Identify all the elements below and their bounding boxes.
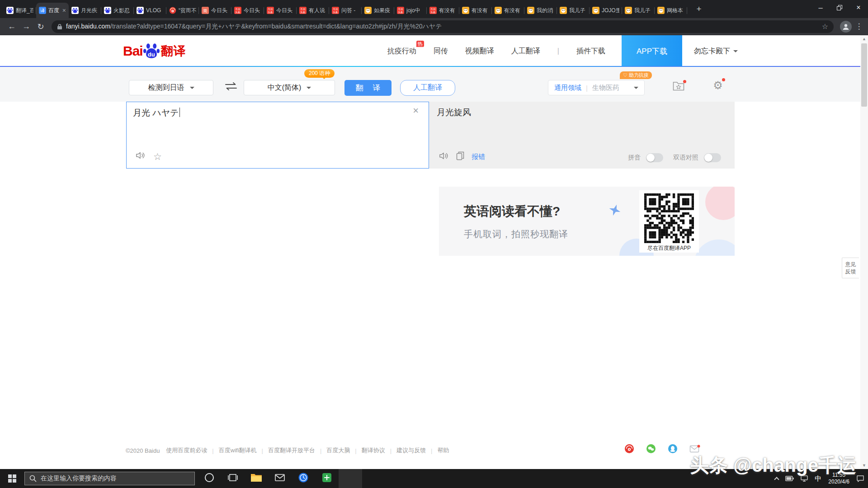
browser-tab[interactable]: 今日头条jojo中	[394, 3, 427, 18]
browser-tab[interactable]: 今日头条今日头	[231, 3, 264, 18]
start-button[interactable]	[0, 469, 24, 488]
target-language-select[interactable]: 中文(简体)	[244, 80, 335, 95]
menu-kebab-icon[interactable]: ⋮	[854, 22, 863, 31]
browser-tab[interactable]: 翻译_百	[4, 3, 36, 18]
qr-caption: 尽在百度翻译APP	[642, 244, 697, 252]
forward-button[interactable]: →	[19, 19, 33, 34]
browser-tab[interactable]: 我儿子	[622, 3, 655, 18]
taskbar-task-view-button[interactable]	[221, 469, 245, 488]
report-error-link[interactable]: 报错	[472, 153, 485, 161]
languages-count-badge: 200 语种	[304, 69, 335, 78]
wechat-icon[interactable]	[646, 444, 656, 454]
scroll-down-arrow[interactable]: ▼	[860, 462, 868, 469]
scroll-up-arrow[interactable]: ▲	[860, 35, 868, 42]
weibo-icon[interactable]	[624, 444, 634, 454]
copy-icon[interactable]	[456, 151, 464, 162]
settings-button[interactable]: ⚙	[712, 79, 724, 92]
browser-tab[interactable]: 如果疫	[362, 3, 394, 18]
browser-tab[interactable]: 简今日头	[199, 3, 231, 18]
tab-close-icon[interactable]: ×	[62, 7, 66, 14]
taskbar-pinned-icons	[198, 469, 362, 488]
bookmark-star-icon[interactable]: ☆	[822, 22, 828, 31]
human-translate-button[interactable]: 人工翻译	[400, 80, 455, 96]
window-controls: ─ ×	[811, 0, 868, 15]
browser-toolbar: ← → ↻ fanyi.baidu.com/translate?aldtype=…	[0, 18, 868, 35]
phrase-collection-button[interactable]	[673, 81, 685, 94]
minimize-button[interactable]: ─	[811, 0, 830, 15]
taskbar-alarms-app-button[interactable]	[292, 469, 315, 488]
browser-tab[interactable]: 今日头条问答 -	[329, 3, 362, 18]
input-text[interactable]: 月光 ハヤテ	[127, 102, 429, 124]
browser-tab-active[interactable]: 译百度×	[36, 3, 69, 18]
favorite-star-icon[interactable]: ☆	[153, 152, 162, 161]
translate-button[interactable]: 翻 译	[344, 80, 392, 96]
scrollbar-thumb[interactable]	[861, 43, 867, 107]
translation-input-panel[interactable]: 月光 ハヤテ × ☆	[126, 102, 429, 169]
browser-tab[interactable]: “贫而不	[166, 3, 199, 18]
chevron-down-icon	[307, 87, 311, 91]
nav-item-3[interactable]: 人工翻译	[511, 47, 540, 56]
browser-tab[interactable]: 我儿子	[557, 3, 590, 18]
qq-icon[interactable]	[668, 444, 678, 454]
browser-tab[interactable]: VLOG	[134, 3, 166, 18]
browser-tab[interactable]: 今日头条有人说	[297, 3, 329, 18]
site-footer: ©2020 Baidu 使用百度前必读|百度wifi翻译机|百度翻译开放平台|百…	[126, 446, 449, 455]
taskbar-green-app-button[interactable]	[315, 469, 339, 488]
nav-item-4[interactable]: 插件下载	[576, 47, 605, 56]
user-menu[interactable]: 勿忘卡殿下	[694, 47, 738, 56]
feedback-tab[interactable]: 意见 反馈	[842, 258, 859, 278]
nav-item-2[interactable]: 视频翻译	[465, 47, 494, 56]
close-button[interactable]: ×	[849, 0, 868, 15]
nav-item-0[interactable]: 抗疫行动热	[387, 47, 416, 56]
action-center-icon[interactable]	[856, 475, 864, 482]
nav-item-1[interactable]: 同传	[434, 47, 448, 56]
taskbar-search-box[interactable]: 在这里输入你要搜索的内容	[24, 472, 195, 485]
mail-icon[interactable]	[689, 444, 700, 453]
address-bar[interactable]: fanyi.baidu.com/translate?aldtype=16047&…	[52, 20, 834, 33]
taskbar-file-explorer-button[interactable]	[245, 469, 268, 488]
pinyin-toggle[interactable]	[646, 153, 663, 162]
maximize-button[interactable]	[830, 0, 849, 15]
taskbar-chrome-button[interactable]	[339, 469, 362, 488]
browser-tab[interactable]: 今日头条有没有	[427, 3, 459, 18]
browser-tab[interactable]: 我的消	[524, 3, 557, 18]
app-promo-banner[interactable]: 英语阅读看不懂? 手机取词，拍照秒现翻译 尽在百度翻译APP	[439, 187, 735, 256]
baidu-fanyi-logo[interactable]: Bai du 翻译	[123, 42, 186, 60]
green-app-icon	[321, 472, 332, 485]
back-button[interactable]: ←	[5, 19, 19, 34]
footer-link-2[interactable]: 百度翻译开放平台	[268, 446, 315, 455]
tab-title: 火影忍	[113, 7, 131, 14]
mail-app-icon	[274, 473, 285, 484]
footer-link-6[interactable]: 帮助	[437, 446, 449, 455]
browser-tab[interactable]: 火影忍	[101, 3, 134, 18]
domain-selector[interactable]: 通用领域 | 生物医药	[548, 80, 645, 95]
tab-title: 今日头	[211, 7, 229, 14]
profile-avatar[interactable]	[840, 21, 852, 33]
taskbar-cortana-button[interactable]	[198, 469, 221, 488]
bilingual-toggle[interactable]	[704, 153, 721, 162]
clear-input-button[interactable]: ×	[413, 105, 419, 117]
footer-link-0[interactable]: 使用百度前必读	[166, 446, 207, 455]
browser-tab[interactable]: 网格本	[655, 3, 687, 18]
jianshu-icon: 简	[202, 7, 209, 14]
browser-tab[interactable]: 有没有	[459, 3, 492, 18]
new-tab-button[interactable]: +	[693, 4, 705, 15]
browser-tab[interactable]: 有没有	[492, 3, 524, 18]
footer-link-5[interactable]: 建议与反馈	[396, 446, 426, 455]
browser-tab[interactable]: 今日头条今日头	[264, 3, 297, 18]
svg-text:头条: 头条	[268, 11, 273, 14]
browser-tab[interactable]: JOJO里	[590, 3, 622, 18]
swap-languages-button[interactable]	[224, 82, 238, 93]
footer-link-1[interactable]: 百度wifi翻译机	[219, 446, 257, 455]
page-scrollbar[interactable]: ▲ ▼	[860, 35, 868, 469]
speaker-icon[interactable]	[136, 151, 146, 162]
footer-link-3[interactable]: 百度大脑	[326, 446, 350, 455]
reload-button[interactable]: ↻	[33, 19, 48, 34]
footer-link-4[interactable]: 翻译协议	[362, 446, 385, 455]
chrome-window: 翻译_百译百度×月光疾火影忍VLOG“贫而不简今日头今日头条今日头今日头条今日头…	[0, 0, 868, 488]
app-download-button[interactable]: APP下载	[622, 35, 682, 67]
speaker-icon[interactable]	[439, 151, 449, 162]
browser-tab[interactable]: 月光疾	[69, 3, 101, 18]
taskbar-mail-app-button[interactable]	[268, 469, 292, 488]
source-language-select[interactable]: 检测到日语	[129, 80, 213, 95]
